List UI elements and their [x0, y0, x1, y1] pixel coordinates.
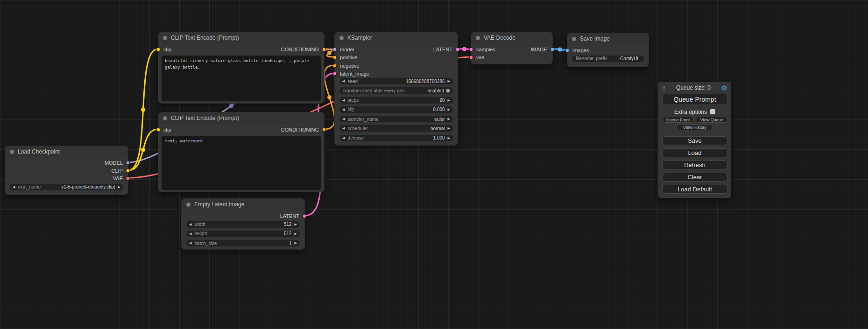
collapse-dot-icon[interactable]	[163, 116, 167, 120]
scheduler-widget[interactable]: ◀ scheduler normal ▶	[339, 125, 453, 132]
clip-slot-dot[interactable]	[126, 168, 130, 173]
widget-value: 156680208700286	[406, 79, 445, 84]
image-slot-dot[interactable]	[565, 48, 570, 53]
node-title-bar[interactable]: CLIP Text Encode (Prompt)	[158, 112, 324, 124]
input-slot-negative: negative	[335, 62, 458, 70]
input-slot-images: images	[567, 46, 649, 55]
collapse-dot-icon[interactable]	[572, 37, 576, 41]
conditioning-slot-dot[interactable]	[332, 55, 337, 60]
node-vae-decode[interactable]: VAE Decode IMAGE samples vae	[471, 32, 553, 64]
node-load-checkpoint[interactable]: Load Checkpoint MODEL CLIP VAE ◀ ckpt_na…	[5, 146, 128, 195]
clip-slot-dot[interactable]	[156, 127, 161, 132]
node-title-bar[interactable]: KSampler	[335, 32, 458, 43]
filename-prefix-widget[interactable]: filename_prefix ComfyUI	[572, 56, 644, 62]
latent-slot-dot[interactable]	[332, 71, 337, 76]
negative-prompt-text[interactable]: text, watermark	[162, 136, 321, 190]
node-title-bar[interactable]: CLIP Text Encode (Prompt)	[158, 32, 324, 43]
queue-panel[interactable]: ⣿ Queue size: 0 ⚙ Queue Prompt Extra opt…	[658, 82, 731, 198]
increment-arrow-icon[interactable]: ▶	[448, 125, 450, 132]
extra-options-checkbox[interactable]	[710, 109, 715, 114]
queue-front-button[interactable]: Queue Front	[662, 117, 694, 123]
input-slot-clip: clip	[158, 126, 171, 134]
node-empty-latent-image[interactable]: Empty Latent Image LATENT ◀ width 512 ▶ …	[181, 198, 305, 250]
widget-value: 20	[439, 98, 445, 103]
positive-prompt-text[interactable]: beautiful scenery nature glass bottle la…	[162, 56, 321, 101]
decrement-arrow-icon[interactable]: ◀	[189, 240, 191, 246]
collapse-dot-icon[interactable]	[10, 150, 14, 154]
widget-label: steps	[347, 98, 359, 103]
model-slot-dot[interactable]	[332, 47, 337, 52]
decrement-arrow-icon[interactable]: ◀	[342, 125, 345, 132]
toggle-icon[interactable]	[446, 89, 450, 93]
collapse-dot-icon[interactable]	[476, 36, 480, 40]
decrement-arrow-icon[interactable]: ◀	[342, 135, 345, 141]
save-button[interactable]: Save	[662, 136, 727, 145]
node-title-bar[interactable]: Load Checkpoint	[5, 146, 128, 157]
drag-handle-icon[interactable]: ⣿	[662, 85, 665, 91]
decrement-arrow-icon[interactable]: ◀	[189, 231, 191, 237]
settings-gear-icon[interactable]: ⚙	[721, 84, 727, 91]
vae-slot-dot[interactable]	[469, 55, 473, 60]
collapse-dot-icon[interactable]	[339, 36, 344, 40]
decrement-arrow-icon[interactable]: ◀	[13, 184, 15, 190]
latent-slot-dot[interactable]	[302, 214, 307, 218]
batch-size-widget[interactable]: ◀ batch_size 1 ▶	[186, 240, 300, 246]
clear-button[interactable]: Clear	[662, 173, 727, 182]
conditioning-slot-dot[interactable]	[332, 63, 337, 68]
widget-value: v1-5-pruned-emaonly.ckpt	[61, 184, 115, 189]
node-clip-text-encode-positive[interactable]: CLIP Text Encode (Prompt) clip CONDITION…	[158, 32, 325, 104]
increment-arrow-icon[interactable]: ▶	[295, 240, 297, 246]
decrement-arrow-icon[interactable]: ◀	[342, 116, 345, 122]
seed-widget[interactable]: ◀ seed 156680208700286 ▶	[339, 78, 453, 84]
view-queue-button[interactable]: View Queue	[696, 117, 727, 123]
widget-value: enabled	[427, 88, 444, 93]
increment-arrow-icon[interactable]: ▶	[295, 231, 297, 237]
view-history-button[interactable]: View History	[677, 124, 713, 130]
random-seed-toggle-widget[interactable]: Random seed after every gen enabled	[339, 87, 453, 94]
cfg-widget[interactable]: ◀ cfg 8.000 ▶	[339, 106, 453, 113]
widget-value: 8.000	[433, 107, 445, 112]
increment-arrow-icon[interactable]: ▶	[118, 184, 120, 190]
denoise-widget[interactable]: ◀ denoise 1.000 ▶	[339, 135, 453, 141]
node-title-bar[interactable]: VAE Decode	[471, 32, 552, 43]
load-button[interactable]: Load	[662, 148, 727, 157]
ckpt-name-widget[interactable]: ◀ ckpt_name v1-5-pruned-emaonly.ckpt ▶	[10, 184, 123, 190]
increment-arrow-icon[interactable]: ▶	[448, 135, 450, 141]
conditioning-slot-dot[interactable]	[322, 47, 326, 52]
refresh-button[interactable]: Refresh	[662, 161, 727, 169]
widget-label: batch_size	[194, 241, 217, 246]
conditioning-slot-dot[interactable]	[322, 127, 326, 132]
decrement-arrow-icon[interactable]: ◀	[342, 106, 345, 113]
vae-slot-dot[interactable]	[126, 176, 130, 181]
load-default-button[interactable]: Load Default	[662, 185, 727, 194]
node-title: CLIP Text Encode (Prompt)	[171, 35, 239, 41]
collapse-dot-icon[interactable]	[163, 36, 167, 40]
increment-arrow-icon[interactable]: ▶	[448, 116, 450, 122]
node-save-image[interactable]: Save Image images filename_prefix ComfyU…	[567, 33, 649, 67]
increment-arrow-icon[interactable]: ▶	[448, 78, 450, 84]
decrement-arrow-icon[interactable]: ◀	[342, 97, 345, 104]
node-clip-text-encode-negative[interactable]: CLIP Text Encode (Prompt) clip CONDITION…	[158, 112, 325, 192]
node-title-bar[interactable]: Save Image	[567, 33, 649, 44]
node-title: VAE Decode	[484, 35, 515, 41]
node-title-bar[interactable]: Empty Latent Image	[182, 199, 304, 210]
width-widget[interactable]: ◀ width 512 ▶	[186, 221, 300, 228]
steps-widget[interactable]: ◀ steps 20 ▶	[339, 97, 453, 104]
clip-slot-dot[interactable]	[156, 47, 161, 52]
widget-value: 512	[284, 231, 292, 236]
increment-arrow-icon[interactable]: ▶	[448, 106, 450, 113]
decrement-arrow-icon[interactable]: ◀	[189, 221, 191, 228]
node-ksampler[interactable]: KSampler LATENT model positive negative …	[334, 32, 458, 146]
increment-arrow-icon[interactable]: ▶	[448, 97, 450, 104]
increment-arrow-icon[interactable]: ▶	[295, 221, 297, 228]
model-slot-dot[interactable]	[126, 161, 130, 165]
wire-midpoint-dot	[327, 95, 332, 99]
widget-value: euler	[434, 117, 445, 122]
sampler-name-widget[interactable]: ◀ sampler_name euler ▶	[339, 116, 453, 122]
latent-slot-dot[interactable]	[469, 47, 473, 52]
widget-value: normal	[430, 126, 445, 131]
height-widget[interactable]: ◀ height 512 ▶	[186, 231, 300, 237]
collapse-dot-icon[interactable]	[186, 203, 191, 207]
queue-prompt-button[interactable]: Queue Prompt	[662, 94, 727, 105]
decrement-arrow-icon[interactable]: ◀	[342, 78, 345, 84]
